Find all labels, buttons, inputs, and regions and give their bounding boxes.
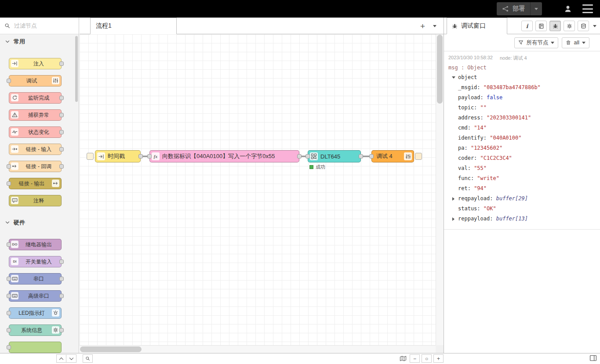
category-header-common[interactable]: 常用 [0,34,79,49]
palette-node-catch[interactable]: 捕获异常 [9,109,62,121]
main-menu-button[interactable] [582,4,593,13]
flow-list-button[interactable] [433,25,436,27]
palette-node-label: 链接 - 回调 [16,163,61,170]
debug-message-path[interactable]: msg : Object [448,65,597,71]
palette-scroll-down-button[interactable] [66,354,76,363]
context-tab-button[interactable] [578,21,589,31]
debug-prop-row: _msgid: "083487ba4747886b" [448,83,597,93]
palette-node-link-call[interactable]: 链接 - 回调 [9,161,62,172]
sidebar-toggle-button[interactable] [589,355,597,361]
output-port[interactable] [359,154,363,159]
palette-node-complete[interactable]: 监听完成 [9,92,62,104]
palette-node-system-info[interactable]: 系统信息 [9,324,62,336]
debug-prop-key: val: [458,165,474,171]
flow-node-inject[interactable]: 时间戳 [95,150,141,162]
category-header-hardware[interactable]: 硬件 [0,215,79,230]
vertical-scrollbar-thumb[interactable] [437,35,443,104]
output-port [59,130,64,134]
palette-node-inject[interactable]: 注入 [9,58,62,69]
output-port[interactable] [297,154,302,159]
palette-node-label: 开关量输入 [16,258,61,266]
sidebar-tool-buttons: i [521,21,596,31]
debug-prop-row: pa: "12345602" [448,143,597,153]
debug-root-row[interactable]: object [448,72,597,83]
palette-scrollbar-thumb[interactable] [75,36,78,102]
palette-search-input[interactable] [13,22,72,29]
palette-node-label: 链接 - 输入 [16,146,61,153]
palette-node-relay-output[interactable]: DO 继电器输出 [9,239,62,250]
collapse-caret-icon[interactable] [452,76,455,79]
palette-node-debug[interactable]: 调试 [9,75,62,86]
palette-scroll-area[interactable]: 常用 注入 调试 监听完成 [0,34,79,353]
palette-node-led[interactable]: LED指示灯 [9,307,62,319]
debug-prop-row[interactable]: reqpayload: buffer[29] [448,194,597,204]
palette-node-digital-input[interactable]: DI 开关量输入 [9,256,62,267]
output-port[interactable] [138,154,143,159]
add-flow-button[interactable]: + [420,22,425,30]
debug-filter-button[interactable]: 所有节点 [514,37,558,48]
palette-category-hardware: 硬件 DO 继电器输出 DI 开关量输入 串口 [0,215,79,353]
debug-prop-list: _msgid: "083487ba4747886b"payload: false… [448,83,597,224]
config-nodes-tab-button[interactable] [564,21,575,31]
inject-button[interactable] [87,153,94,160]
palette-scroll-up-button[interactable] [56,354,66,363]
horizontal-scrollbar-thumb[interactable] [80,346,142,352]
expand-caret-icon[interactable] [452,197,455,201]
bug-icon [553,23,558,29]
debug-prop-key: pa: [458,145,471,151]
zoom-reset-button[interactable]: ○ [422,354,432,363]
gear-icon [52,326,59,334]
debug-prop-row: address: "202303300141" [448,113,597,123]
more-tabs-button[interactable] [593,25,596,27]
debug-source-node: node: 调试 4 [500,55,527,61]
inject-arrow-icon [11,60,18,67]
input-port [7,242,11,247]
user-menu-button[interactable] [561,3,575,15]
debug-tab-button[interactable] [549,21,561,31]
expand-caret-icon[interactable] [452,217,455,221]
palette-node-label: 调试 [9,77,54,85]
debug-prop-row: payload: false [448,93,597,103]
debug-toggle-button[interactable] [415,153,422,160]
chevron-down-icon [5,220,10,225]
input-port[interactable] [147,154,152,159]
search-flows-button[interactable] [83,354,93,363]
output-port [59,328,64,332]
palette-node-status[interactable]: 状态变化 [9,126,62,138]
palette-node-comment[interactable]: 注释 [9,195,62,206]
input-port[interactable] [305,154,310,159]
zoom-in-button[interactable]: + [433,354,444,363]
palette-node-link-out[interactable]: 链接 - 输出 [9,178,62,189]
vertical-scrollbar[interactable] [436,34,444,345]
palette-node-advanced-serial[interactable]: 高级串口 [9,290,62,302]
debug-prop-row: coder: "C1C2C3C4" [448,153,597,163]
chevron-down-icon [5,40,10,44]
debug-prop-row[interactable]: reppayload: buffer[13] [448,214,597,224]
deploy-options-button[interactable] [530,2,542,15]
palette-node-serial[interactable]: 串口 [9,273,62,285]
debug-clear-button[interactable]: all [562,37,589,48]
palette-node-link-in[interactable]: 链接 - 输入 [9,144,62,155]
input-port[interactable] [369,154,374,159]
flow-node-dlt645[interactable]: DLT645 [308,150,361,162]
debug-message: 2023/10/30 10:58:32 node: 调试 4 msg : Obj… [444,51,600,230]
info-tab-button[interactable]: i [521,21,533,31]
flow-node-debug[interactable]: 调试 4 [371,150,414,162]
debug-prop-key: coder: [458,155,480,161]
debug-message-list[interactable]: 2023/10/30 10:58:32 node: 调试 4 msg : Obj… [444,51,600,353]
flow-node-function[interactable]: fx 向数据标识【040A0100】写入一个字节0x55 [149,150,299,162]
led-icon [52,309,59,317]
navigator-toggle-button[interactable] [398,354,408,363]
horizontal-scrollbar[interactable] [80,345,436,353]
tab-flow1[interactable]: 流程1 [90,18,177,34]
tab-debug-window[interactable]: 调试窗口 [447,18,507,34]
flow-canvas[interactable]: 时间戳 fx 向数据标识【040A0100】写入一个字节0x55 DLT645 [80,34,436,345]
debug-prop-value: "14" [474,125,487,131]
debug-prop-row: ret: "94" [448,184,597,194]
zoom-out-button[interactable]: − [410,354,420,363]
keyboard-icon [11,292,18,299]
help-tab-button[interactable] [535,21,547,31]
deploy-button-group: 部署 [497,2,542,15]
deploy-button[interactable]: 部署 [497,2,530,15]
palette-node-partial[interactable] [9,342,62,353]
